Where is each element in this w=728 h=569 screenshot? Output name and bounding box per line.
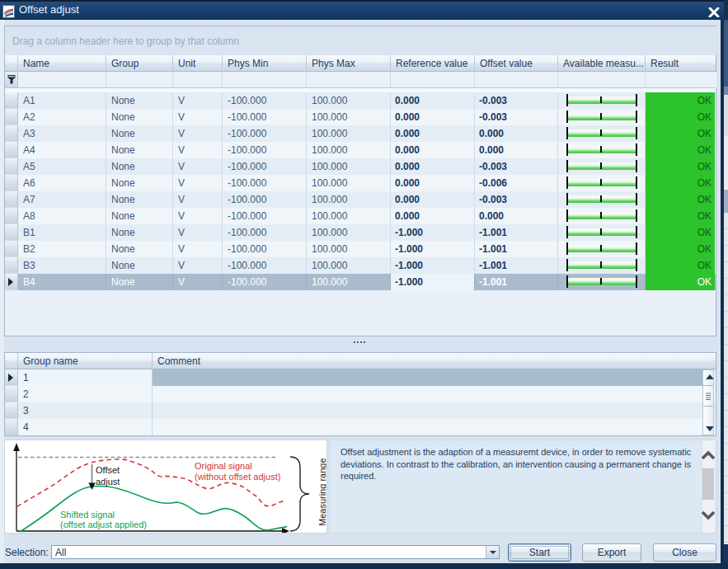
svg-text:Shifted signal: Shifted signal [60, 510, 115, 520]
svg-text:adjust: adjust [96, 477, 120, 487]
svg-text:Offset: Offset [96, 465, 120, 475]
svg-text:Measuring range: Measuring range [317, 458, 326, 526]
svg-text:(without offset adjust): (without offset adjust) [195, 472, 280, 482]
svg-text:(offset adjust applied): (offset adjust applied) [60, 520, 147, 529]
svg-text:Original signal: Original signal [195, 461, 252, 471]
